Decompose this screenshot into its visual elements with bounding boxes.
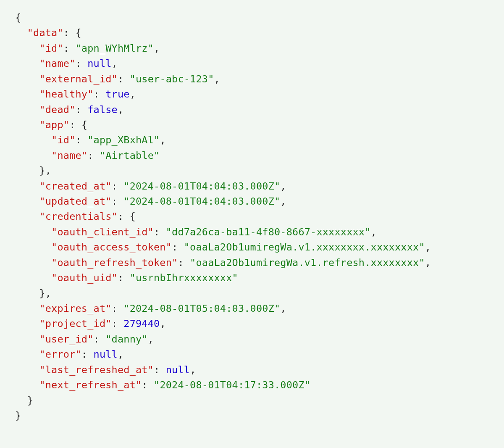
token-string: "user-abc-123" bbox=[130, 73, 214, 85]
token-punct: : bbox=[142, 379, 154, 391]
token-punct: : bbox=[69, 119, 81, 131]
token-punct: : bbox=[63, 27, 76, 39]
token-key: "oauth_access_token" bbox=[51, 241, 172, 253]
token-string: "2024-08-01T04:04:03.000Z" bbox=[123, 195, 280, 207]
token-punct: : bbox=[94, 88, 106, 100]
token-punct: , bbox=[148, 333, 154, 345]
token-punct: } bbox=[39, 287, 45, 299]
token-punct: , bbox=[118, 104, 123, 116]
token-key: "oauth_client_id" bbox=[51, 226, 154, 238]
token-punct: } bbox=[27, 395, 33, 406]
token-key: "next_refresh_at" bbox=[39, 379, 142, 391]
token-string: "usrnbIhrxxxxxxxx" bbox=[130, 272, 238, 284]
token-punct: , bbox=[280, 180, 286, 192]
token-punct: , bbox=[425, 257, 431, 269]
token-punct: : bbox=[63, 42, 76, 54]
token-key: "name" bbox=[39, 58, 75, 69]
token-punct: , bbox=[154, 42, 160, 54]
token-punct: : bbox=[87, 150, 100, 161]
token-string: "2024-08-01T04:17:33.000Z" bbox=[154, 379, 310, 391]
token-string: "oaaLa2Ob1umiregWa.v1.refresh.xxxxxxxx" bbox=[190, 257, 425, 269]
token-punct: , bbox=[214, 73, 220, 85]
token-punct: : bbox=[118, 73, 130, 85]
token-punct: : bbox=[118, 211, 130, 222]
token-key: "created_at" bbox=[39, 180, 111, 192]
token-string: "oaaLa2Ob1umiregWa.v1.xxxxxxxx.xxxxxxxx" bbox=[184, 241, 425, 253]
token-punct: : bbox=[118, 272, 130, 284]
token-punct: : bbox=[76, 104, 88, 116]
token-key: "credentials" bbox=[39, 211, 118, 222]
token-punct: , bbox=[425, 241, 431, 253]
token-punct: { bbox=[15, 12, 21, 24]
token-punct: , bbox=[45, 165, 51, 177]
token-kw: null bbox=[94, 348, 118, 360]
token-punct: : bbox=[178, 257, 190, 269]
token-key: "app" bbox=[39, 119, 69, 131]
token-key: "healthy" bbox=[39, 88, 93, 100]
token-punct: , bbox=[160, 134, 165, 146]
token-punct: , bbox=[160, 318, 165, 329]
token-punct: , bbox=[371, 226, 377, 238]
token-punct: } bbox=[39, 165, 45, 177]
token-string: "apn_WYhMlrz" bbox=[76, 42, 154, 54]
token-punct: , bbox=[112, 58, 118, 69]
token-key: "expires_at" bbox=[39, 303, 111, 314]
token-punct: : bbox=[112, 318, 124, 329]
token-key: "id" bbox=[51, 134, 75, 146]
token-punct: , bbox=[190, 364, 196, 376]
token-key: "oauth_uid" bbox=[51, 272, 118, 284]
token-string: "dd7a26ca-ba11-4f80-8667-xxxxxxxx" bbox=[166, 226, 371, 238]
token-string: "Airtable" bbox=[100, 150, 160, 161]
token-punct: : bbox=[76, 134, 88, 146]
token-key: "oauth_refresh_token" bbox=[51, 257, 178, 269]
token-punct: : bbox=[112, 180, 124, 192]
token-punct: : bbox=[154, 226, 166, 238]
token-punct: { bbox=[81, 119, 87, 131]
token-punct: , bbox=[280, 303, 286, 314]
token-punct: : bbox=[172, 241, 184, 253]
token-punct: : bbox=[94, 333, 106, 345]
token-key: "error" bbox=[39, 348, 81, 360]
token-key: "data" bbox=[27, 27, 63, 39]
token-string: "2024-08-01T05:04:03.000Z" bbox=[123, 303, 280, 314]
json-code-block: { "data": { "id": "apn_WYhMlrz", "name":… bbox=[0, 0, 504, 433]
token-string: "app_XBxhAl" bbox=[87, 134, 160, 146]
token-punct: } bbox=[15, 410, 21, 422]
token-punct: : bbox=[154, 364, 166, 376]
token-punct: { bbox=[130, 211, 136, 222]
token-num: 279440 bbox=[123, 318, 160, 329]
token-key: "last_refreshed_at" bbox=[39, 364, 154, 376]
token-key: "dead" bbox=[39, 104, 75, 116]
token-punct: : bbox=[112, 303, 124, 314]
token-kw: true bbox=[105, 88, 129, 100]
token-punct: { bbox=[76, 27, 81, 39]
token-punct: , bbox=[118, 348, 123, 360]
token-punct: , bbox=[130, 88, 136, 100]
token-kw: null bbox=[87, 58, 111, 69]
token-key: "user_id" bbox=[39, 333, 93, 345]
token-kw: false bbox=[87, 104, 118, 116]
token-key: "updated_at" bbox=[39, 195, 111, 207]
token-string: "2024-08-01T04:04:03.000Z" bbox=[123, 180, 280, 192]
token-punct: : bbox=[112, 195, 124, 207]
token-punct: , bbox=[45, 287, 51, 299]
token-punct: : bbox=[76, 58, 88, 69]
token-punct: , bbox=[280, 195, 286, 207]
token-string: "danny" bbox=[105, 333, 147, 345]
token-key: "name" bbox=[51, 150, 87, 161]
token-punct: : bbox=[81, 348, 94, 360]
token-key: "id" bbox=[39, 42, 63, 54]
token-kw: null bbox=[166, 364, 190, 376]
token-key: "project_id" bbox=[39, 318, 111, 329]
token-key: "external_id" bbox=[39, 73, 118, 85]
